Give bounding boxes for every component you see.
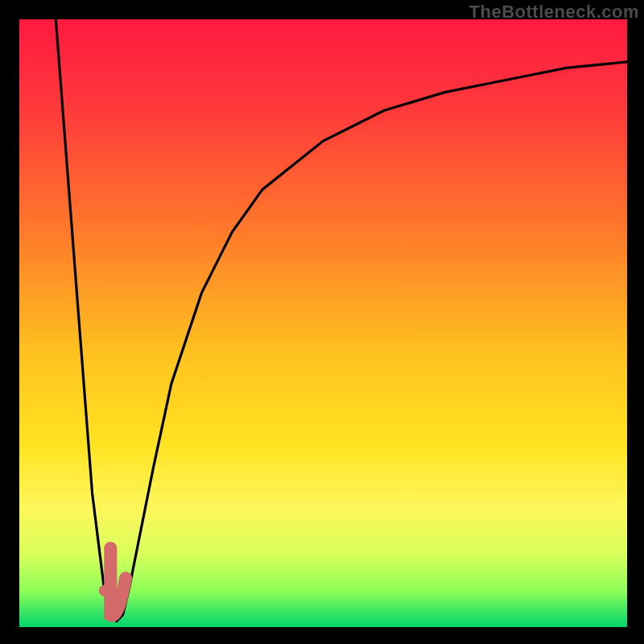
plot-area (19, 19, 627, 627)
gradient-rect (19, 19, 627, 627)
chart-frame: TheBottleneck.com (0, 0, 644, 644)
chart-svg (19, 19, 627, 627)
watermark-text: TheBottleneck.com (469, 2, 639, 23)
marker-dot (99, 585, 110, 597)
